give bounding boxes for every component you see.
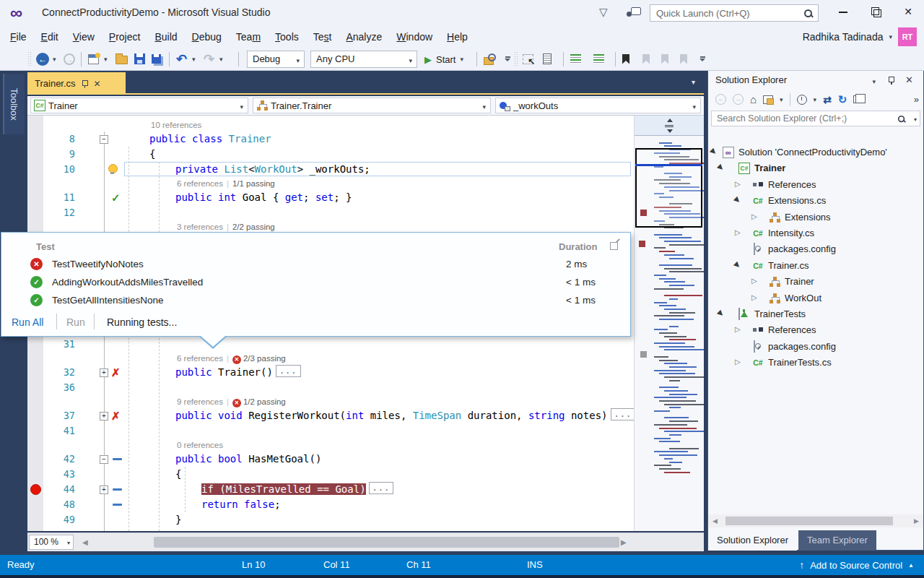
zoom-level-combo[interactable]: 100 %▾: [29, 535, 74, 550]
expanded-arrow-icon[interactable]: ▶: [733, 195, 742, 204]
menu-help[interactable]: Help: [440, 26, 475, 48]
collapse-region-icon[interactable]: −: [100, 135, 108, 144]
run-all-link[interactable]: Run All: [12, 316, 43, 328]
menu-tools[interactable]: Tools: [268, 26, 306, 48]
scroll-right-icon[interactable]: ▶: [914, 517, 919, 525]
solution-platform-combo[interactable]: Any CPU▾: [310, 51, 417, 68]
menu-edit[interactable]: Edit: [34, 26, 66, 48]
solution-explorer-titlebar[interactable]: Solution Explorer ▾ ✕: [708, 71, 923, 90]
search-options-dropdown[interactable]: ▾: [914, 116, 917, 123]
new-project-icon[interactable]: [88, 54, 99, 64]
user-account[interactable]: Radhika Tadinada ▾ RT: [803, 26, 917, 48]
type-scope-combo[interactable]: Trainer.Trainer▾: [253, 98, 491, 113]
codelens-indicator[interactable]: 3 references|2/2 passing: [177, 222, 275, 233]
auto-hide-pin-icon[interactable]: [888, 76, 894, 85]
toolbox-tab[interactable]: Toolbox: [3, 74, 25, 134]
collapsed-arrow-icon[interactable]: ▷: [751, 212, 757, 220]
start-dropdown[interactable]: ▾: [460, 56, 463, 63]
save-all-icon[interactable]: [152, 54, 161, 64]
live-unit-testing-not-covered-icon[interactable]: [113, 504, 122, 506]
home-icon[interactable]: ⌂: [750, 94, 757, 105]
scroll-left-icon[interactable]: ◀: [82, 538, 88, 546]
preview-selected-items-icon[interactable]: [853, 95, 862, 103]
tree-item-trainer-cs[interactable]: ▶C#Trainer.cs: [708, 258, 923, 274]
expand-region-icon[interactable]: +: [100, 412, 108, 420]
expanded-arrow-icon[interactable]: ▶: [733, 260, 742, 269]
se-overflow-icon[interactable]: »: [914, 94, 919, 105]
send-feedback-icon[interactable]: [625, 7, 641, 19]
lightbulb-icon[interactable]: [108, 164, 117, 175]
codelens-indicator[interactable]: 6 references|1/1 passing: [177, 178, 275, 189]
project-scope-combo[interactable]: C# Trainer▾: [30, 98, 248, 113]
dock-popup-icon[interactable]: [610, 242, 618, 250]
quick-launch-box[interactable]: [650, 4, 819, 22]
expand-region-icon[interactable]: +: [100, 368, 108, 377]
tab-solution-explorer[interactable]: Solution Explorer: [708, 530, 797, 551]
collapsed-arrow-icon[interactable]: ▷: [735, 180, 741, 188]
undo-icon[interactable]: ↶: [176, 48, 187, 70]
solution-explorer-search[interactable]: ▾: [711, 111, 920, 126]
open-file-icon[interactable]: [116, 56, 128, 64]
collapsed-region-box[interactable]: ...: [276, 365, 301, 377]
live-unit-testing-pass-icon[interactable]: ✓: [111, 190, 121, 205]
live-unit-testing-fail-icon[interactable]: ✗: [111, 408, 121, 423]
solution-explorer-search-input[interactable]: [717, 113, 883, 124]
tree-item-extensions-cs[interactable]: ▶C#Extensions.cs: [708, 193, 923, 209]
scroll-left-icon[interactable]: ◀: [712, 517, 718, 525]
menu-window[interactable]: Window: [389, 26, 440, 48]
document-outline-icon[interactable]: [543, 53, 552, 64]
close-panel-icon[interactable]: ✕: [905, 74, 913, 85]
test-result-row[interactable]: ✕TestTweetifyNoNotes2 ms: [1, 256, 632, 274]
codelens-indicator[interactable]: 0 references: [177, 440, 223, 451]
menu-project[interactable]: Project: [102, 26, 148, 48]
tree-item-trainertests[interactable]: ▶TrainerTests: [708, 306, 923, 322]
codelens-indicator[interactable]: 9 references|✕1/2 passing: [177, 397, 286, 407]
refresh-icon[interactable]: ↻: [838, 93, 847, 106]
navigate-backward-dropdown[interactable]: ▾: [53, 48, 56, 70]
menu-build[interactable]: Build: [147, 26, 184, 48]
quick-launch-input[interactable]: [656, 7, 793, 20]
tree-item-packages-config[interactable]: packages.config: [708, 241, 923, 257]
add-to-source-control-button[interactable]: ↑ Add to Source Control ▲: [799, 559, 914, 571]
toolbar-overflow-icon[interactable]: [699, 48, 706, 70]
restore-button[interactable]: [860, 0, 892, 23]
se-back-icon[interactable]: ←: [715, 94, 726, 105]
live-unit-testing-fail-icon[interactable]: ✗: [111, 365, 121, 380]
tree-item-trainertests-cs[interactable]: ▷C#TrainerTests.cs: [708, 355, 923, 371]
switch-views-icon[interactable]: [763, 95, 773, 104]
increase-indent-icon[interactable]: [593, 54, 604, 64]
live-unit-testing-not-covered-icon[interactable]: [113, 488, 122, 491]
start-debugging-button[interactable]: ▶ Start ▾: [424, 51, 463, 68]
save-icon[interactable]: [134, 53, 145, 64]
tree-item-trainer[interactable]: ▷Trainer: [708, 274, 923, 290]
expanded-arrow-icon[interactable]: ▶: [716, 309, 725, 318]
menu-test[interactable]: Test: [306, 26, 339, 48]
menu-analyze[interactable]: Analyze: [339, 26, 389, 48]
expand-region-icon[interactable]: +: [100, 486, 108, 494]
scrollbar-map[interactable]: [634, 116, 704, 531]
menu-file[interactable]: File: [3, 26, 34, 48]
sync-with-active-document-icon[interactable]: ⇄: [823, 94, 832, 105]
next-bookmark-icon[interactable]: [661, 54, 668, 64]
decrease-indent-icon[interactable]: [570, 54, 581, 64]
find-in-files-icon[interactable]: [484, 53, 497, 65]
collapsed-arrow-icon[interactable]: ▷: [735, 325, 741, 333]
split-window-button[interactable]: [635, 116, 704, 136]
test-result-row[interactable]: ✓AddingWorkoutAddsMilesTravelled< 1 ms: [1, 274, 632, 292]
collapsed-arrow-icon[interactable]: ▷: [751, 277, 757, 285]
minimize-button[interactable]: [827, 0, 859, 23]
tree-item-workout[interactable]: ▷WorkOut: [708, 290, 923, 306]
toolbar-grip[interactable]: [27, 51, 32, 67]
toggle-bookmark-icon[interactable]: [622, 54, 629, 64]
tree-item-extensions[interactable]: ▷Extensions: [708, 210, 923, 225]
tree-item-references[interactable]: ▷References: [708, 177, 923, 193]
run-link[interactable]: Run: [66, 316, 85, 328]
toolbar-grip[interactable]: [514, 51, 518, 67]
switch-views-dropdown[interactable]: ▾: [780, 96, 783, 103]
test-result-row[interactable]: ✓TestGetAllIntensitiesNone< 1 ms: [1, 292, 632, 310]
navigate-forward-icon[interactable]: →: [64, 53, 75, 65]
pending-changes-filter-icon[interactable]: [797, 95, 807, 105]
codelens-indicator[interactable]: 10 references: [151, 120, 201, 131]
tree-item-trainer[interactable]: ▶C#Trainer: [708, 160, 923, 176]
solution-configuration-combo[interactable]: Debug▾: [247, 51, 305, 68]
